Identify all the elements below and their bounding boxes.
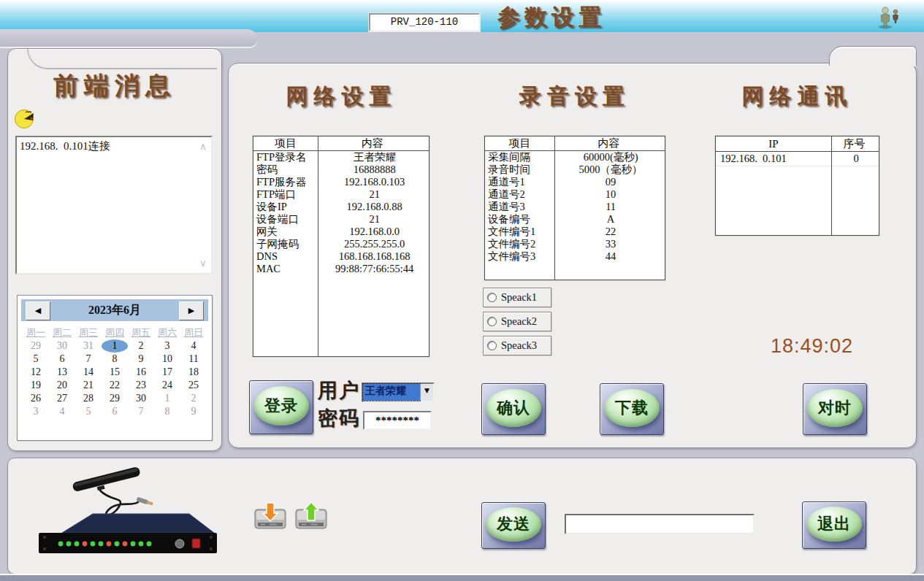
calendar-day[interactable]: 19: [23, 379, 49, 392]
calendar-day[interactable]: 5: [75, 405, 102, 418]
calendar-day[interactable]: 2: [128, 339, 154, 353]
front-message-title: 前端消息: [8, 69, 221, 103]
calendar-day[interactable]: 4: [49, 405, 75, 418]
radio-speack2[interactable]: Speack2: [483, 312, 551, 331]
disk-download-icon[interactable]: [253, 501, 287, 531]
page-title: 参数设置: [482, 3, 621, 32]
calendar-weekday: 周四: [102, 326, 128, 339]
table-row: 文件编号233: [485, 238, 665, 250]
calendar-day[interactable]: 25: [180, 379, 207, 392]
calendar-month-title: 2023年6月: [88, 303, 141, 318]
calendar-day[interactable]: 31: [75, 339, 102, 353]
table-row: 设备端口21: [253, 213, 429, 226]
calendar-day[interactable]: 9: [180, 405, 207, 418]
password-field[interactable]: ********: [363, 411, 432, 430]
table-row: 通道号311: [485, 201, 665, 213]
calendar-day[interactable]: 4: [180, 339, 207, 353]
calendar-prev-button[interactable]: ◀: [26, 301, 50, 320]
window-bottom-edge: [0, 574, 924, 581]
calendar-day[interactable]: 9: [128, 353, 154, 366]
calendar-day[interactable]: 27: [49, 392, 75, 405]
radio-circle-icon: [487, 293, 497, 302]
calendar-day[interactable]: 6: [49, 353, 75, 366]
calendar-day[interactable]: 12: [23, 366, 49, 379]
radio-label: Speack2: [501, 315, 537, 328]
confirm-button[interactable]: 确认: [481, 383, 546, 435]
user-label: 用户: [318, 377, 360, 404]
table-row: 通道号210: [485, 188, 665, 201]
calendar-day[interactable]: 11: [180, 353, 207, 366]
scroll-up-arrow[interactable]: ∧: [197, 142, 209, 152]
front-message-list[interactable]: 192.168. 0.101连接 ∧ ∨: [15, 136, 213, 274]
calendar-day[interactable]: 29: [102, 392, 128, 405]
table-header: 项目 内容: [485, 136, 665, 151]
calendar-day-selected[interactable]: 1: [102, 339, 128, 353]
chevron-down-icon[interactable]: ▼: [420, 384, 433, 401]
calendar-day[interactable]: 30: [49, 339, 75, 353]
panel-flap-decor: [27, 49, 217, 69]
calendar-day[interactable]: 6: [102, 405, 128, 418]
user-combobox[interactable]: 王者荣耀 ▼: [362, 382, 435, 402]
calendar-day[interactable]: 8: [102, 353, 128, 366]
clock-display: 18:49:02: [771, 335, 853, 358]
calendar: ◀ 2023年6月 ▶ 周一周二周三周四周五周六周日 2930311234567…: [17, 295, 213, 441]
calendar-day[interactable]: 7: [128, 405, 154, 418]
calendar-weekday: 周五: [128, 326, 154, 339]
table-row: 文件编号122: [485, 226, 665, 238]
send-message-input[interactable]: [565, 514, 755, 534]
calendar-day[interactable]: 15: [102, 366, 128, 379]
radio-speack3[interactable]: Speack3: [483, 336, 551, 355]
radio-speack1[interactable]: Speack1: [483, 288, 551, 307]
calendar-day[interactable]: 21: [75, 379, 102, 392]
send-button[interactable]: 发送: [481, 502, 546, 549]
calendar-day[interactable]: 7: [75, 353, 102, 366]
header-swoosh-decor: [0, 29, 257, 47]
recording-settings-table: 项目 内容 采集间隔60000(毫秒)录音时间5000（毫秒）通道号109通道号…: [484, 136, 665, 280]
calendar-day[interactable]: 20: [49, 379, 75, 392]
calendar-day[interactable]: 2: [180, 392, 207, 405]
table-row: FTP服务器192.168.0.103: [253, 176, 429, 188]
download-button[interactable]: 下载: [600, 383, 664, 435]
calendar-day[interactable]: 13: [49, 366, 75, 379]
calendar-day[interactable]: 24: [154, 379, 180, 392]
calendar-day[interactable]: 3: [154, 339, 180, 353]
calendar-day[interactable]: 29: [23, 339, 49, 353]
calendar-day[interactable]: 26: [23, 392, 49, 405]
calendar-day[interactable]: 14: [75, 366, 102, 379]
device-photo: [30, 464, 229, 558]
calendar-day[interactable]: 8: [154, 405, 180, 418]
exit-button[interactable]: 退出: [802, 501, 866, 549]
recording-settings-table-body: 采集间隔60000(毫秒)录音时间5000（毫秒）通道号109通道号210通道号…: [485, 151, 665, 263]
calendar-day[interactable]: 30: [128, 392, 154, 405]
calendar-day[interactable]: 10: [154, 353, 180, 366]
calendar-day[interactable]: 16: [128, 366, 154, 379]
smiley-icon: [14, 107, 36, 129]
calendar-day[interactable]: 3: [23, 405, 49, 418]
calendar-day[interactable]: 17: [154, 366, 180, 379]
table-row: 录音时间5000（毫秒）: [485, 163, 665, 176]
radio-circle-icon: [487, 317, 497, 326]
calendar-day[interactable]: 1: [154, 392, 180, 405]
calendar-weekday-row: 周一周二周三周四周五周六周日: [23, 326, 207, 339]
calendar-weekday: 周三: [75, 326, 102, 339]
calendar-next-button[interactable]: ▶: [179, 301, 204, 320]
calendar-day[interactable]: 28: [75, 392, 102, 405]
network-settings-table: 项目 内容 FTP登录名王者荣耀密码16888888FTP服务器192.168.…: [253, 136, 429, 357]
model-number-box: PRV_120-110: [369, 13, 480, 31]
radio-label: Speack3: [501, 339, 537, 352]
table-row: 采集间隔60000(毫秒): [485, 151, 665, 163]
bottom-panel: 发送 退出: [7, 458, 917, 574]
scroll-down-arrow[interactable]: ∨: [197, 258, 209, 269]
network-comm-table: IP 序号 192.168. 0.1010: [715, 136, 879, 236]
calendar-day[interactable]: 22: [102, 379, 128, 392]
time-sync-button[interactable]: 对时: [803, 383, 867, 435]
calendar-day[interactable]: 5: [23, 353, 49, 366]
calendar-day[interactable]: 18: [180, 366, 207, 379]
login-button[interactable]: 登录: [249, 380, 313, 434]
table-row: 文件编号344: [485, 250, 665, 263]
calendar-day[interactable]: 23: [128, 379, 154, 392]
calendar-day-grid: 2930311234567891011121314151617181920212…: [23, 339, 207, 418]
disk-upload-icon[interactable]: [294, 501, 328, 531]
network-comm-table-body: 192.168. 0.1010: [716, 152, 879, 166]
table-row: FTP登录名王者荣耀: [253, 151, 429, 163]
